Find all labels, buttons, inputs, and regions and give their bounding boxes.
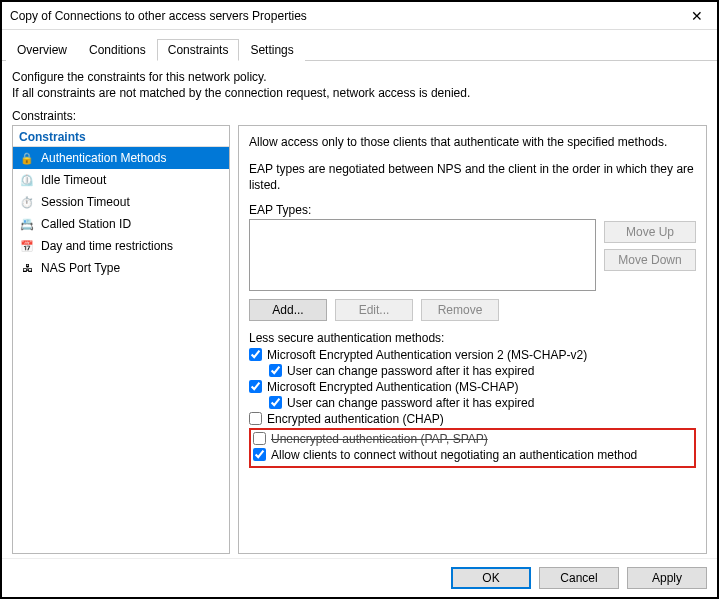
tab-settings[interactable]: Settings [239,39,304,61]
sidebar-item-label: Called Station ID [41,217,131,231]
tab-constraints[interactable]: Constraints [157,39,240,61]
chk-allow-no-negotiate-label: Allow clients to connect without negotia… [271,448,637,462]
edit-button[interactable]: Edit... [335,299,413,321]
lock-icon: 🔒 [19,150,35,166]
remove-button[interactable]: Remove [421,299,499,321]
eap-types-label: EAP Types: [249,203,696,217]
sidebar-item-day-time[interactable]: 📅 Day and time restrictions [13,235,229,257]
chk-chap[interactable]: Encrypted authentication (CHAP) [249,411,696,427]
chk-mschapv2-label: Microsoft Encrypted Authentication versi… [267,348,587,362]
dialog-footer: OK Cancel Apply [2,558,717,597]
idle-icon: ⏲️ [19,172,35,188]
constraints-sidebar: Constraints 🔒 Authentication Methods ⏲️ … [12,125,230,554]
sidebar-item-authentication-methods[interactable]: 🔒 Authentication Methods [13,147,229,169]
titlebar: Copy of Connections to other access serv… [2,2,717,30]
constraints-label: Constraints: [12,109,707,123]
chk-mschap[interactable]: Microsoft Encrypted Authentication (MS-C… [249,379,696,395]
add-button[interactable]: Add... [249,299,327,321]
chk-mschapv2-pwdchange-input[interactable] [269,364,282,377]
session-icon: ⏱️ [19,194,35,210]
sidebar-item-session-timeout[interactable]: ⏱️ Session Timeout [13,191,229,213]
sidebar-item-called-station-id[interactable]: 📇 Called Station ID [13,213,229,235]
chk-mschapv2-pwdchange-label: User can change password after it has ex… [287,364,534,378]
cancel-button[interactable]: Cancel [539,567,619,589]
chk-mschap-label: Microsoft Encrypted Authentication (MS-C… [267,380,518,394]
sidebar-group-header: Constraints [13,126,229,147]
less-secure-label: Less secure authentication methods: [249,331,696,345]
calendar-icon: 📅 [19,238,35,254]
content-panel: Allow access only to those clients that … [238,125,707,554]
chk-chap-label: Encrypted authentication (CHAP) [267,412,444,426]
sidebar-item-label: NAS Port Type [41,261,120,275]
sidebar-item-label: Authentication Methods [41,151,166,165]
tabpanel-constraints: Configure the constraints for this netwo… [2,61,717,558]
tabstrip: Overview Conditions Constraints Settings [2,34,717,61]
chk-pap-spap-input[interactable] [253,432,266,445]
chk-mschap-input[interactable] [249,380,262,393]
ok-button[interactable]: OK [451,567,531,589]
eap-types-listbox[interactable] [249,219,596,291]
port-icon: 🖧 [19,260,35,276]
tab-conditions[interactable]: Conditions [78,39,157,61]
chk-chap-input[interactable] [249,412,262,425]
chk-pap-spap[interactable]: Unencrypted authentication (PAP, SPAP) [253,431,692,447]
allow-access-text: Allow access only to those clients that … [249,134,696,150]
station-icon: 📇 [19,216,35,232]
chk-mschap-pwdchange-label: User can change password after it has ex… [287,396,534,410]
chk-mschap-pwdchange[interactable]: User can change password after it has ex… [249,395,696,411]
sidebar-item-nas-port-type[interactable]: 🖧 NAS Port Type [13,257,229,279]
intro-line2: If all constraints are not matched by th… [12,85,707,101]
sidebar-item-idle-timeout[interactable]: ⏲️ Idle Timeout [13,169,229,191]
chk-allow-no-negotiate[interactable]: Allow clients to connect without negotia… [253,447,692,463]
chk-mschapv2-input[interactable] [249,348,262,361]
chk-pap-spap-label: Unencrypted authentication (PAP, SPAP) [271,432,488,446]
chk-mschapv2-pwdchange[interactable]: User can change password after it has ex… [249,363,696,379]
chk-mschap-pwdchange-input[interactable] [269,396,282,409]
sidebar-item-label: Day and time restrictions [41,239,173,253]
less-secure-methods: Less secure authentication methods: Micr… [249,331,696,468]
highlight-box: Unencrypted authentication (PAP, SPAP) A… [249,428,696,468]
intro-line1: Configure the constraints for this netwo… [12,69,707,85]
move-up-button[interactable]: Move Up [604,221,696,243]
window-title: Copy of Connections to other access serv… [10,9,677,23]
chk-mschapv2[interactable]: Microsoft Encrypted Authentication versi… [249,347,696,363]
tab-overview[interactable]: Overview [6,39,78,61]
apply-button[interactable]: Apply [627,567,707,589]
sidebar-item-label: Idle Timeout [41,173,106,187]
close-icon[interactable]: ✕ [677,8,717,24]
eap-negotiate-text: EAP types are negotiated between NPS and… [249,161,696,193]
intro-text: Configure the constraints for this netwo… [12,69,707,101]
move-down-button[interactable]: Move Down [604,249,696,271]
sidebar-item-label: Session Timeout [41,195,130,209]
chk-allow-no-negotiate-input[interactable] [253,448,266,461]
